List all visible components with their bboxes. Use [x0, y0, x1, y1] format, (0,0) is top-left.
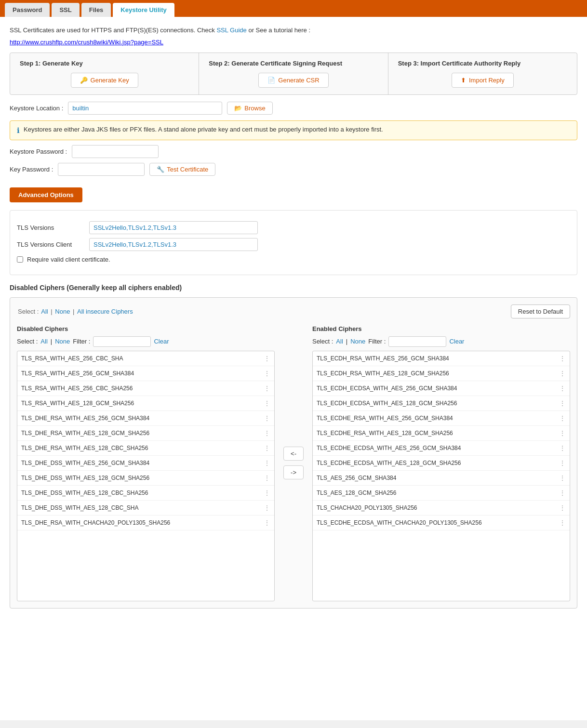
- list-item[interactable]: TLS_CHACHA20_POLY1305_SHA256 ⋮: [313, 501, 570, 516]
- ssl-guide-link[interactable]: SSL Guide: [216, 26, 246, 34]
- keystore-password-input[interactable]: [72, 145, 159, 158]
- list-item[interactable]: TLS_ECDH_RSA_WITH_AES_256_GCM_SHA384 ⋮: [313, 351, 570, 366]
- disabled-filter-label: Filter :: [73, 338, 90, 345]
- drag-handle: ⋮: [559, 370, 566, 377]
- list-item[interactable]: TLS_DHE_RSA_WITH_AES_128_CBC_SHA256 ⋮: [17, 441, 274, 456]
- tls-versions-client-input[interactable]: [89, 238, 258, 251]
- keystore-location-label: Keystore Location :: [10, 105, 63, 112]
- keystore-password-row: Keystore Password :: [10, 145, 577, 158]
- generate-key-button[interactable]: 🔑 Generate Key: [71, 73, 138, 88]
- reset-to-default-button[interactable]: Reset to Default: [511, 304, 570, 318]
- separator2: |: [73, 308, 76, 315]
- enabled-ciphers-list[interactable]: TLS_ECDH_RSA_WITH_AES_256_GCM_SHA384 ⋮ T…: [312, 351, 570, 601]
- list-item[interactable]: TLS_ECDHE_ECDSA_WITH_AES_128_GCM_SHA256 …: [313, 456, 570, 471]
- drag-handle: ⋮: [559, 384, 566, 392]
- keystore-location-input[interactable]: [68, 102, 222, 115]
- disabled-filter-input[interactable]: [93, 336, 151, 347]
- generate-csr-button[interactable]: 📄 Generate CSR: [258, 73, 328, 88]
- info-box-text: Keystores are either Java JKS files or P…: [24, 126, 383, 133]
- require-cert-row: Require valid client certificate.: [17, 256, 570, 263]
- drag-handle: ⋮: [559, 519, 566, 527]
- ciphers-columns: Disabled Ciphers Select : All | None Fil…: [17, 325, 570, 601]
- list-item[interactable]: TLS_RSA_WITH_AES_256_GCM_SHA384 ⋮: [17, 366, 274, 381]
- select-insecure-link[interactable]: All insecure Ciphers: [77, 308, 133, 315]
- list-item[interactable]: TLS_ECDH_ECDSA_WITH_AES_128_GCM_SHA256 ⋮: [313, 396, 570, 411]
- list-item[interactable]: TLS_DHE_DSS_WITH_AES_256_GCM_SHA384 ⋮: [17, 456, 274, 471]
- drag-handle: ⋮: [264, 399, 270, 407]
- tls-versions-label: TLS Versions: [17, 224, 84, 231]
- list-item[interactable]: TLS_ECDHE_RSA_WITH_AES_256_GCM_SHA384 ⋮: [313, 411, 570, 426]
- step3-title: Step 3: Import Certificate Authority Rep…: [398, 60, 521, 67]
- drag-handle: ⋮: [264, 504, 270, 512]
- list-item[interactable]: TLS_AES_128_GCM_SHA256 ⋮: [313, 486, 570, 501]
- step2-title: Step 2: Generate Certificate Signing Req…: [209, 60, 342, 67]
- browse-button[interactable]: 📂 Browse: [227, 102, 272, 115]
- tab-files[interactable]: Files: [81, 3, 111, 17]
- enabled-ciphers-column: Enabled Ciphers Select : All | None Filt…: [312, 325, 570, 601]
- disabled-select-none[interactable]: None: [55, 338, 70, 345]
- list-item[interactable]: TLS_DHE_RSA_WITH_AES_128_GCM_SHA256 ⋮: [17, 426, 274, 441]
- advanced-options-button[interactable]: Advanced Options: [10, 187, 82, 202]
- disabled-ciphers-list[interactable]: TLS_RSA_WITH_AES_256_CBC_SHA ⋮ TLS_RSA_W…: [17, 351, 275, 601]
- disabled-ciphers-column: Disabled Ciphers Select : All | None Fil…: [17, 325, 275, 601]
- list-item[interactable]: TLS_DHE_DSS_WITH_AES_128_CBC_SHA ⋮: [17, 501, 274, 516]
- key-password-input[interactable]: [58, 163, 145, 176]
- separator1: |: [51, 308, 54, 315]
- tutorial-link[interactable]: http://www.crushftp.com/crush8wiki/Wiki.…: [10, 39, 163, 46]
- list-item[interactable]: TLS_RSA_WITH_AES_256_CBC_SHA256 ⋮: [17, 381, 274, 396]
- select-none-link[interactable]: None: [55, 308, 70, 315]
- tls-versions-client-label: TLS Versions Client: [17, 241, 84, 248]
- tab-bar: Password SSL Files Keystore Utility: [0, 0, 587, 17]
- main-content: SSL Certificates are used for HTTPS and …: [0, 17, 587, 720]
- key-password-label: Key Password :: [10, 166, 53, 173]
- enabled-clear-link[interactable]: Clear: [449, 338, 464, 345]
- test-certificate-button[interactable]: 🔧 Test Certificate: [149, 163, 215, 176]
- tls-versions-input[interactable]: [89, 221, 258, 234]
- list-item[interactable]: TLS_ECDHE_RSA_WITH_AES_128_GCM_SHA256 ⋮: [313, 426, 570, 441]
- drag-handle: ⋮: [559, 504, 566, 512]
- drag-handle: ⋮: [264, 384, 270, 392]
- list-item[interactable]: TLS_RSA_WITH_AES_128_GCM_SHA256 ⋮: [17, 396, 274, 411]
- enabled-select-none[interactable]: None: [350, 338, 365, 345]
- tab-keystore-utility[interactable]: Keystore Utility: [113, 3, 174, 17]
- list-item[interactable]: TLS_DHE_DSS_WITH_AES_128_CBC_SHA256 ⋮: [17, 486, 274, 501]
- document-icon: 📄: [267, 77, 275, 84]
- drag-handle: ⋮: [559, 459, 566, 467]
- drag-handle: ⋮: [264, 519, 270, 527]
- ciphers-container: Select : All | None | All insecure Ciphe…: [10, 297, 577, 609]
- disabled-ciphers-column-title: Disabled Ciphers: [17, 325, 275, 332]
- list-item[interactable]: TLS_ECDH_RSA_WITH_AES_128_GCM_SHA256 ⋮: [313, 366, 570, 381]
- info-text: SSL Certificates are used for HTTPS and …: [10, 26, 577, 36]
- tab-password[interactable]: Password: [5, 3, 50, 17]
- drag-handle: ⋮: [559, 414, 566, 422]
- enabled-select-all[interactable]: All: [336, 338, 343, 345]
- list-item[interactable]: TLS_ECDH_ECDSA_WITH_AES_256_GCM_SHA384 ⋮: [313, 381, 570, 396]
- list-item[interactable]: TLS_RSA_WITH_AES_256_CBC_SHA ⋮: [17, 351, 274, 366]
- list-item[interactable]: TLS_ECDHE_ECDSA_WITH_AES_256_GCM_SHA384 …: [313, 441, 570, 456]
- drag-handle: ⋮: [264, 370, 270, 377]
- list-item[interactable]: TLS_AES_256_GCM_SHA384 ⋮: [313, 471, 570, 486]
- list-item[interactable]: TLS_DHE_DSS_WITH_AES_128_GCM_SHA256 ⋮: [17, 471, 274, 486]
- import-reply-button[interactable]: ⬆ Import Reply: [452, 73, 514, 88]
- drag-handle: ⋮: [559, 429, 566, 437]
- keystore-location-row: Keystore Location : 📂 Browse: [10, 102, 577, 115]
- ciphers-top-row: Select : All | None | All insecure Ciphe…: [17, 304, 570, 318]
- key-icon: 🔑: [80, 77, 88, 84]
- transfer-left-button[interactable]: <-: [283, 447, 304, 461]
- list-item[interactable]: TLS_DHE_RSA_WITH_CHACHA20_POLY1305_SHA25…: [17, 516, 274, 530]
- list-item[interactable]: TLS_ECDHE_ECDSA_WITH_CHACHA20_POLY1305_S…: [313, 516, 570, 530]
- tab-ssl[interactable]: SSL: [52, 3, 79, 17]
- drag-handle: ⋮: [264, 444, 270, 452]
- select-all-link[interactable]: All: [41, 308, 48, 315]
- list-item[interactable]: TLS_DHE_RSA_WITH_AES_256_GCM_SHA384 ⋮: [17, 411, 274, 426]
- key-password-row: Key Password : 🔧 Test Certificate: [10, 163, 577, 176]
- enabled-filter-input[interactable]: [388, 336, 446, 347]
- disabled-select-all[interactable]: All: [40, 338, 47, 345]
- transfer-right-button[interactable]: ->: [283, 465, 304, 479]
- import-icon: ⬆: [461, 77, 466, 84]
- disabled-clear-link[interactable]: Clear: [154, 338, 169, 345]
- ciphers-select-links: Select : All | None | All insecure Ciphe…: [17, 308, 133, 315]
- transfer-buttons: <- ->: [280, 447, 307, 479]
- keystore-password-label: Keystore Password :: [10, 148, 67, 155]
- require-cert-checkbox[interactable]: [17, 256, 23, 263]
